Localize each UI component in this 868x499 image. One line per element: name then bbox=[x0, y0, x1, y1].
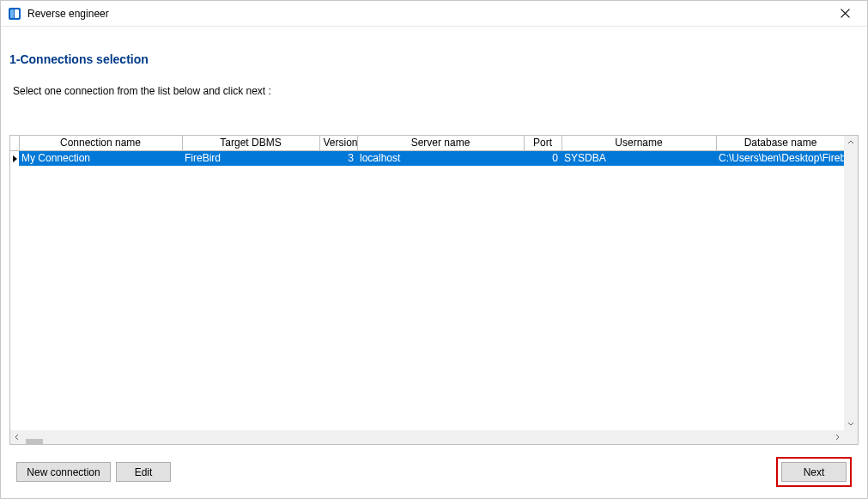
next-button[interactable]: Next bbox=[781, 462, 847, 482]
column-header-version[interactable]: Version bbox=[319, 136, 357, 151]
cell-version[interactable]: 3 bbox=[319, 151, 357, 166]
cell-connection-name[interactable]: My Connection bbox=[19, 151, 182, 166]
cell-target-dbms[interactable]: FireBird bbox=[182, 151, 319, 166]
cell-database-name[interactable]: C:\Users\ben\Desktop\FirebirdDataba bbox=[716, 151, 844, 166]
close-icon bbox=[841, 9, 850, 18]
column-header-connection-name[interactable]: Connection name bbox=[19, 136, 182, 151]
vertical-scrollbar[interactable] bbox=[844, 136, 858, 430]
cell-username[interactable]: SYSDBA bbox=[561, 151, 716, 166]
svg-rect-1 bbox=[15, 9, 19, 18]
button-bar: New connection Edit Next bbox=[9, 445, 859, 496]
cell-port[interactable]: 0 bbox=[524, 151, 561, 166]
step-title: 1-Connections selection bbox=[9, 52, 859, 66]
connections-grid[interactable]: Connection name Target DBMS Version Serv… bbox=[9, 135, 859, 445]
scroll-up-icon[interactable] bbox=[844, 136, 858, 149]
column-header-server-name[interactable]: Server name bbox=[357, 136, 524, 151]
scroll-right-icon[interactable] bbox=[830, 430, 844, 444]
next-highlight: Next bbox=[776, 457, 852, 487]
cell-server-name[interactable]: localhost bbox=[357, 151, 524, 166]
grid-header-row: Connection name Target DBMS Version Serv… bbox=[10, 136, 844, 151]
horizontal-scrollbar[interactable] bbox=[10, 430, 844, 444]
scroll-down-icon[interactable] bbox=[844, 417, 858, 430]
column-header-database-name[interactable]: Database name bbox=[716, 136, 844, 151]
column-header-target-dbms[interactable]: Target DBMS bbox=[182, 136, 319, 151]
column-header-username[interactable]: Username bbox=[561, 136, 716, 151]
edit-button[interactable]: Edit bbox=[116, 462, 171, 482]
window-title: Reverse engineer bbox=[27, 8, 828, 20]
grid-viewport: Connection name Target DBMS Version Serv… bbox=[10, 136, 844, 430]
vertical-scroll-track[interactable] bbox=[844, 149, 858, 417]
app-icon bbox=[8, 7, 21, 21]
scroll-left-icon[interactable] bbox=[10, 430, 24, 444]
svg-rect-2 bbox=[10, 9, 14, 18]
instruction-text: Select one connection from the list belo… bbox=[13, 85, 859, 97]
grid-table: Connection name Target DBMS Version Serv… bbox=[10, 136, 844, 166]
content-area: 1-Connections selection Select one conne… bbox=[1, 27, 867, 499]
horizontal-scroll-thumb[interactable] bbox=[26, 439, 43, 445]
table-row[interactable]: My Connection FireBird 3 localhost 0 SYS… bbox=[10, 151, 844, 166]
new-connection-button[interactable]: New connection bbox=[16, 462, 111, 482]
column-header-port[interactable]: Port bbox=[524, 136, 561, 151]
scrollbar-corner bbox=[844, 430, 858, 444]
titlebar: Reverse engineer bbox=[1, 1, 867, 27]
row-indicator-icon bbox=[10, 151, 19, 166]
close-button[interactable] bbox=[828, 2, 862, 26]
